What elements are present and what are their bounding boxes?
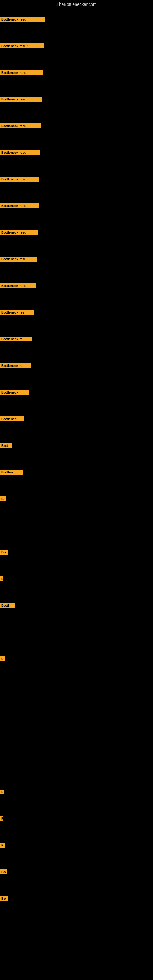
bottleneck-result-item: Bottleneck resu (0, 257, 37, 261)
bottleneck-result-item: Bo (0, 550, 8, 555)
bottleneck-result-item: Bottleneck result (0, 43, 44, 48)
bottleneck-result-item: Bottl (0, 603, 15, 608)
bottleneck-result-item: B (0, 576, 3, 581)
bottleneck-result-item: Bo (0, 896, 8, 901)
bottleneck-result-item: Bottleneck resu (0, 230, 38, 235)
bottleneck-result-item: B (0, 816, 3, 821)
bottleneck-result-item: Bottleneck r (0, 390, 29, 395)
bottleneck-result-item: Bottlen (0, 470, 23, 475)
bottleneck-result-item: Bottleneck res (0, 310, 33, 315)
bottleneck-result-item: Bottleneck resu (0, 177, 40, 181)
bottleneck-result-item: Bottleneck resu (0, 70, 43, 75)
site-title: TheBottlenecker.com (0, 0, 153, 9)
bottleneck-result-item: E (0, 843, 5, 848)
bottleneck-result-item: F (0, 789, 4, 794)
bottleneck-result-item: Bott (0, 443, 12, 448)
bottleneck-result-item: B (0, 496, 6, 501)
bottleneck-result-item: Bottleneck resu (0, 204, 38, 208)
bottleneck-result-item: Bottleneck re (0, 363, 30, 368)
bottleneck-result-item: Bottlenec (0, 417, 24, 422)
bottleneck-result-item: Bottleneck resu (0, 283, 36, 288)
bottleneck-result-item: Bottleneck result (0, 17, 45, 22)
bottleneck-result-item: Bottleneck re (0, 337, 32, 342)
bottleneck-result-item: Bottleneck resu (0, 150, 40, 155)
bottleneck-result-item: Bottleneck resu (0, 97, 42, 102)
bottleneck-result-item: Bo (0, 869, 7, 874)
bottleneck-result-item: Bottleneck resu (0, 123, 41, 128)
bottleneck-result-item: E (0, 656, 5, 661)
